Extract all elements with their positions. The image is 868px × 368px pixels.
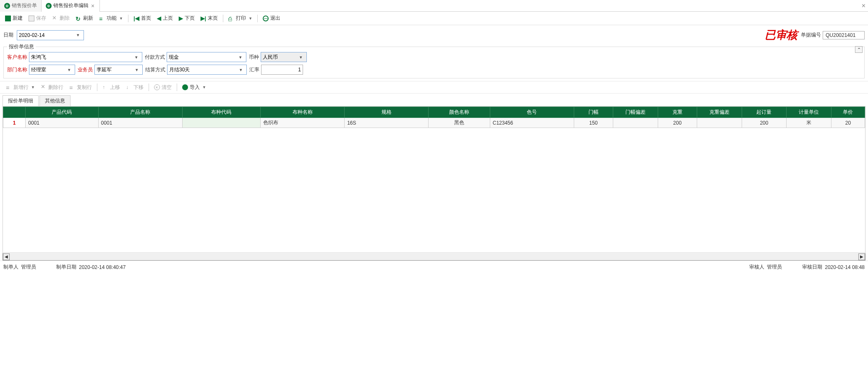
col-weight[interactable]: 克重 [658,107,697,118]
add-row-button[interactable]: 新增行 ▼ [3,83,37,92]
col-price[interactable]: 单价 [831,107,865,118]
print-button[interactable]: 打印 ▼ [226,14,255,23]
dept-field[interactable]: ▾ [29,65,75,75]
cell-width[interactable]: 150 [574,118,613,128]
save-label: 保存 [36,15,46,22]
col-cloth-name[interactable]: 布种名称 [261,107,345,118]
separator [257,15,258,22]
copy-row-button[interactable]: 复制行 [67,83,94,92]
rate-input[interactable] [261,65,303,75]
scroll-track[interactable] [10,253,858,260]
first-icon: |◀ [133,15,139,21]
cell-rownum[interactable]: 1 [3,118,26,128]
cell-weight-dev[interactable] [697,118,742,128]
col-color-name[interactable]: 颜色名称 [429,107,490,118]
save-button[interactable]: 保存 [26,14,49,23]
delete-row-button[interactable]: 删除行 [38,83,66,92]
chevron-down-icon[interactable]: ▾ [133,55,140,60]
function-button[interactable]: 功能 ▼ [97,14,125,23]
new-label: 新建 [13,15,23,22]
prev-page-button[interactable]: ◀ 上页 [154,14,175,23]
dept-input[interactable] [29,65,65,74]
col-width-dev[interactable]: 门幅偏差 [613,107,658,118]
chevron-down-icon[interactable]: ▾ [133,67,141,73]
exit-button[interactable]: 退出 [260,14,283,23]
refresh-button[interactable]: 刷新 [73,14,96,23]
next-page-button[interactable]: ▶ 下页 [176,14,197,23]
separator [149,84,149,91]
settle-input[interactable] [167,65,237,74]
cell-cloth-code[interactable] [182,118,261,128]
delete-row-label: 删除行 [48,84,63,91]
separator [128,15,128,22]
move-up-button[interactable]: 上移 [100,83,123,92]
document-tabs: ⊕ 销售报价单 ⊕ 销售报价单编辑 × × [0,0,868,12]
col-prod-name[interactable]: 产品名称 [98,107,182,118]
close-all-icon[interactable]: × [862,2,865,10]
tab-quote-list[interactable]: ⊕ 销售报价单 [0,0,42,12]
scroll-right-button[interactable]: ▶ [858,253,865,260]
cell-color-name[interactable]: 黑色 [429,118,490,128]
customer-input[interactable] [29,52,133,62]
first-page-button[interactable]: |◀ 首页 [131,14,154,23]
col-unit[interactable]: 计量单位 [787,107,831,118]
chevron-down-icon[interactable]: ▾ [237,67,245,73]
col-rownum[interactable] [3,107,26,118]
clear-button[interactable]: 清空 [152,83,174,92]
import-button[interactable]: 导入 ▼ [180,83,209,92]
payment-input[interactable] [167,52,237,62]
dept-label: 部门名称 [7,66,27,73]
approved-stamp: 已审核 [765,28,797,42]
sales-field[interactable]: ▾ [94,65,143,75]
arrow-down-icon [126,84,132,90]
date-input[interactable] [17,31,74,40]
cell-moq[interactable]: 200 [742,118,787,128]
cell-prod-code[interactable]: 0001 [26,118,98,128]
cell-price[interactable]: 20 [831,118,865,128]
col-color-no[interactable]: 色号 [490,107,574,118]
detail-grid[interactable]: 产品代码 产品名称 布种代码 布种名称 规格 颜色名称 色号 门幅 门幅偏差 克… [3,106,865,253]
last-icon: ▶| [201,15,207,21]
col-width[interactable]: 门幅 [574,107,613,118]
cell-color-no[interactable]: C123456 [490,118,574,128]
currency-field[interactable]: ▾ [261,52,307,62]
move-down-button[interactable]: 下移 [123,83,146,92]
last-page-button[interactable]: ▶| 末页 [198,14,221,23]
chevron-down-icon[interactable]: ▾ [237,55,244,60]
close-icon[interactable]: × [90,3,95,9]
col-weight-dev[interactable]: 克重偏差 [697,107,742,118]
cell-unit[interactable]: 米 [787,118,831,128]
delete-button[interactable]: 删除 [50,14,72,23]
payment-label: 付款方式 [145,54,165,61]
col-spec[interactable]: 规格 [345,107,429,118]
cell-spec[interactable]: 16S [345,118,429,128]
horizontal-scrollbar[interactable]: ◀ ▶ [3,253,865,261]
auditor-value: 管理员 [767,264,782,271]
panel-title: 报价单信息 [7,43,36,50]
cell-prod-name[interactable]: 0001 [98,118,182,128]
chevron-down-icon[interactable]: ▾ [74,32,82,38]
cell-width-dev[interactable] [613,118,658,128]
prev-icon: ◀ [157,15,161,21]
customer-field[interactable]: ▾ [29,52,142,62]
chevron-down-icon[interactable]: ▾ [65,67,73,73]
chevron-down-icon[interactable]: ▾ [297,55,305,60]
rate-label: 汇率 [249,66,259,73]
col-prod-code[interactable]: 产品代码 [26,107,98,118]
new-button[interactable]: 新建 [3,14,25,23]
scroll-left-button[interactable]: ◀ [3,253,10,260]
cell-cloth-name[interactable]: 色织布 [261,118,345,128]
tab-other[interactable]: 其他信息 [39,95,71,106]
table-row[interactable]: 1 0001 0001 色织布 16S 黑色 C123456 150 200 2… [3,118,865,128]
payment-field[interactable]: ▾ [167,52,246,62]
cell-weight[interactable]: 200 [658,118,697,128]
sales-input[interactable] [95,65,133,74]
tab-quote-edit[interactable]: ⊕ 销售报价单编辑 × [42,0,100,12]
col-moq[interactable]: 起订量 [742,107,787,118]
settle-field[interactable]: ▾ [167,65,247,75]
status-footer: 制单人 管理员 制单日期 2020-02-14 08:40:47 审核人 管理员… [0,261,868,273]
collapse-button[interactable]: ⌃ [855,46,863,53]
date-field[interactable]: ▾ [17,30,84,40]
col-cloth-code[interactable]: 布种代码 [182,107,261,118]
tab-detail[interactable]: 报价单明细 [3,95,39,106]
